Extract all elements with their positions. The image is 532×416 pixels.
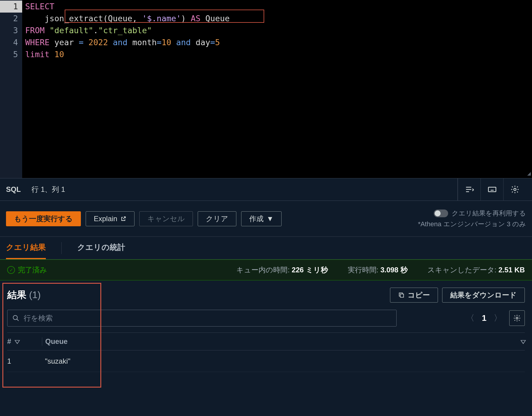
sort-caret-icon[interactable]: ▽ (15, 339, 20, 344)
line-number: 3 (0, 25, 22, 37)
language-label: SQL (6, 185, 21, 194)
page-number: 1 (482, 313, 486, 323)
svg-point-4 (516, 317, 518, 319)
check-circle-icon: ✓ (7, 266, 15, 274)
editor-code-area[interactable]: SELECT json_extract(Queue, '$.name') AS … (22, 0, 532, 178)
sort-caret-icon[interactable]: ▽ (521, 339, 526, 344)
tab-query-results[interactable]: クエリ結果 (6, 237, 46, 259)
status-completed: 完了済み (18, 265, 47, 275)
clear-button[interactable]: クリア (198, 211, 236, 226)
gear-icon (513, 314, 521, 322)
keyword-from: FROM (25, 26, 45, 35)
external-link-icon (120, 216, 126, 222)
table-row[interactable]: 1 "suzaki" (7, 350, 525, 372)
next-page-icon[interactable]: 〉 (494, 312, 502, 324)
editor-gutter: 1 2 3 4 5 (0, 0, 22, 178)
cursor-position: 行 1、列 1 (31, 185, 65, 194)
svg-point-1 (514, 188, 516, 191)
prev-page-icon[interactable]: 〈 (466, 312, 474, 324)
line-number: 4 (0, 37, 22, 48)
keyword-select: SELECT (25, 2, 55, 11)
search-input[interactable] (24, 314, 392, 322)
results-header: 結果 (1) コピー 結果をダウンロード (0, 280, 532, 310)
editor-status-bar: SQL 行 1、列 1 (0, 178, 532, 201)
search-rows-box[interactable] (7, 310, 397, 327)
table-header: # ▽ Queue ▽ (7, 333, 525, 350)
tab-divider (61, 242, 62, 254)
results-title: 結果 (1) (7, 289, 41, 302)
function-json-extract: json_extract (45, 14, 103, 23)
line-number: 2 (0, 13, 22, 25)
results-count: (1) (29, 289, 41, 300)
reuse-results-label: クエリ結果を再利用する (452, 209, 526, 218)
action-bar: もう一度実行する Explain キャンセル クリア 作成 ▼ クエリ結果を再利… (0, 201, 532, 237)
create-button[interactable]: 作成 ▼ (241, 211, 282, 226)
copy-button[interactable]: コピー (390, 288, 438, 303)
tab-query-stats[interactable]: クエリの統計 (77, 237, 125, 259)
results-table: # ▽ Queue ▽ 1 "suzaki" (0, 333, 532, 372)
keyword-limit: limit (25, 50, 49, 59)
keyboard-icon[interactable] (480, 178, 503, 201)
results-tabs: クエリ結果 クエリの統計 (0, 237, 532, 259)
run-again-button[interactable]: もう一度実行する (6, 211, 81, 226)
runtime-value: 3.098 秒 (380, 266, 408, 274)
column-header-queue[interactable]: Queue (45, 337, 68, 346)
row-value: "suzaki" (42, 357, 525, 365)
explain-button[interactable]: Explain (86, 211, 134, 226)
sql-editor[interactable]: 1 2 3 4 5 SELECT json_extract(Queue, '$.… (0, 0, 532, 178)
format-icon[interactable] (458, 178, 480, 201)
scanned-value: 2.51 KB (498, 266, 525, 274)
copy-icon (398, 292, 405, 298)
row-index: 1 (7, 357, 42, 365)
pager: 〈 1 〉 (466, 312, 502, 324)
chevron-down-icon: ▼ (267, 215, 274, 223)
svg-point-3 (13, 315, 17, 320)
table-settings-button[interactable] (509, 310, 525, 326)
line-number: 5 (0, 48, 22, 60)
queue-time-value: 226 ミリ秒 (292, 266, 328, 274)
engine-note: *Athena エンジンバージョン 3 のみ (418, 220, 526, 229)
search-icon (12, 315, 19, 322)
search-pager-row: 〈 1 〉 (0, 310, 532, 333)
resize-handle-icon[interactable]: ◢ (527, 170, 531, 177)
svg-rect-0 (488, 187, 496, 192)
settings-gear-icon[interactable] (503, 178, 526, 201)
query-status-line: ✓ 完了済み キュー内の時間: 226 ミリ秒 実行時間: 3.098 秒 スキ… (0, 259, 532, 280)
index-header[interactable]: # (7, 337, 11, 346)
line-number: 1 (0, 1, 22, 13)
cancel-button: キャンセル (139, 211, 193, 226)
keyword-where: WHERE (25, 38, 49, 47)
reuse-results-toggle[interactable] (434, 209, 448, 217)
download-results-button[interactable]: 結果をダウンロード (442, 288, 525, 303)
svg-rect-2 (400, 294, 403, 297)
